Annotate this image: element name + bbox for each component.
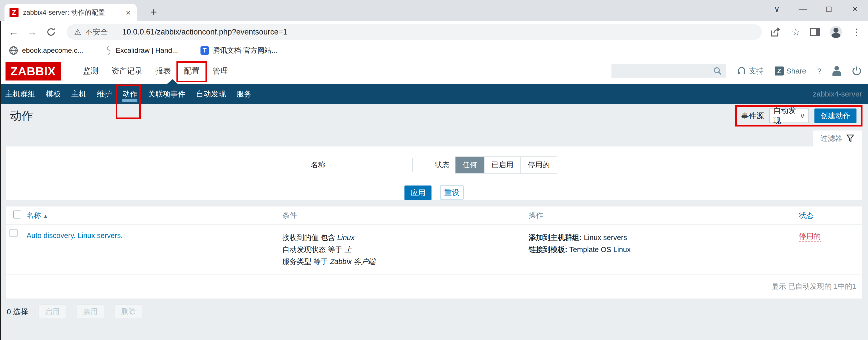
bookmark-item[interactable]: T 腾讯文档-官方网站... xyxy=(200,46,277,55)
zabbix-favicon-icon: Z xyxy=(9,8,19,17)
share-link[interactable]: Z Share xyxy=(775,67,806,75)
omnibox-divider xyxy=(115,28,115,36)
bookmark-star-icon[interactable]: ☆ xyxy=(792,27,800,37)
menu-item-inventory[interactable]: 资产记录 xyxy=(105,62,149,80)
browser-tab[interactable]: Z zabbix4-server: 动作的配置 × xyxy=(4,4,137,21)
page-title: 动作 xyxy=(10,108,33,124)
status-link-disabled[interactable]: 停用的 xyxy=(799,232,821,241)
nav-item-actions[interactable]: 动作 xyxy=(117,84,143,104)
zabbix-logo[interactable]: ZABBIX xyxy=(5,62,61,80)
menu-item-configuration-label: 配置 xyxy=(184,67,199,75)
reload-icon[interactable] xyxy=(46,27,56,37)
chevron-down-icon: ∨ xyxy=(800,112,805,120)
action-name-link[interactable]: Auto discovery. Linux servers. xyxy=(27,232,123,239)
profile-avatar[interactable] xyxy=(830,26,842,38)
status-segmented-control: 任何 已启用 停用的 xyxy=(455,157,557,173)
window-controls: ∨ — □ × xyxy=(764,0,868,18)
filter-fields-row: 名称 状态 任何 已启用 停用的 xyxy=(311,157,557,173)
logout-icon[interactable] xyxy=(852,66,862,76)
nav-item-event-correlation[interactable]: 关联项事件 xyxy=(143,84,191,104)
selected-count: 0 选择 xyxy=(7,307,28,317)
support-label: 支持 xyxy=(749,66,764,76)
bookmark-item[interactable]: ebook.apecome.c... xyxy=(9,46,83,55)
name-filter-input[interactable] xyxy=(331,158,413,172)
bookmark-label: ebook.apecome.c... xyxy=(22,46,83,55)
sort-ascending-icon: ▲ xyxy=(43,213,48,219)
side-panel-icon[interactable] xyxy=(810,28,820,36)
share-icon[interactable] xyxy=(770,27,781,37)
nav-item-host-groups[interactable]: 主机群组 xyxy=(0,84,40,104)
nav-item-templates[interactable]: 模板 xyxy=(40,84,66,104)
not-secure-label[interactable]: 不安全 xyxy=(85,27,108,37)
nav-item-maintenance[interactable]: 维护 xyxy=(92,84,117,104)
tab-close-icon[interactable]: × xyxy=(125,8,132,18)
status-option-any[interactable]: 任何 xyxy=(456,157,484,173)
browser-menu-icon[interactable]: ⋮ xyxy=(852,27,861,37)
nav-item-services[interactable]: 服务 xyxy=(231,84,257,104)
filter-toggle-tab[interactable]: 过滤器 xyxy=(813,131,862,146)
url-text[interactable]: 10.0.0.61/zabbix/actionconf.php?eventsou… xyxy=(122,28,287,36)
nav-item-actions-label: 动作 xyxy=(122,89,137,99)
window-close-icon[interactable]: × xyxy=(842,0,868,18)
tencent-docs-icon: T xyxy=(200,46,209,55)
zabbix-header: ZABBIX 监测 资产记录 报表 配置 管理 支持 Z Share ? xyxy=(0,58,868,84)
event-source-select[interactable]: 自动发现 ∨ xyxy=(769,108,809,123)
enable-button[interactable]: 启用 xyxy=(38,305,66,319)
select-all-checkbox[interactable] xyxy=(13,210,21,218)
excalidraw-icon xyxy=(105,46,112,55)
title-controls: 事件源 自动发现 ∨ 创建动作 xyxy=(735,105,863,127)
operation-cell: 添加到主机群组: Linux servers 链接到模板: Template O… xyxy=(525,225,795,262)
row-checkbox[interactable] xyxy=(9,229,18,237)
apply-button[interactable]: 应用 xyxy=(404,185,432,200)
window-minimize-icon[interactable]: — xyxy=(790,0,816,18)
application-window: Z zabbix4-server: 动作的配置 × + ∨ — □ × ← → … xyxy=(0,0,868,340)
bookmark-label: Excalidraw | Hand... xyxy=(116,46,178,55)
menu-item-monitoring[interactable]: 监测 xyxy=(76,62,105,80)
menu-item-administration[interactable]: 管理 xyxy=(206,62,235,80)
reset-button[interactable]: 重设 xyxy=(440,185,464,200)
window-left-edge xyxy=(0,21,1,340)
zabbix-main-menu: 监测 资产记录 报表 配置 管理 xyxy=(76,62,235,80)
selected-menu-arrow xyxy=(167,79,178,84)
server-name-label: zabbix4-server xyxy=(813,90,862,98)
url-omnibox[interactable]: ⚠ 不安全 10.0.0.61/zabbix/actionconf.php?ev… xyxy=(67,24,762,40)
search-icon xyxy=(713,67,722,75)
zabbix-share-icon: Z xyxy=(775,67,784,75)
status-option-enabled[interactable]: 已启用 xyxy=(484,157,520,173)
column-header-condition: 条件 xyxy=(279,206,525,225)
window-maximize-icon[interactable]: □ xyxy=(816,0,842,18)
create-action-button[interactable]: 创建动作 xyxy=(814,108,857,123)
help-link[interactable]: ? xyxy=(817,67,822,75)
support-link[interactable]: 支持 xyxy=(737,66,764,76)
address-bar-icons: ☆ ⋮ xyxy=(770,26,868,38)
event-source-value: 自动发现 xyxy=(773,105,800,126)
delete-button[interactable]: 删除 xyxy=(115,305,142,319)
zabbix-sub-nav: 主机群组 模板 主机 维护 动作 关联项事件 自动发现 服务 zabbix4-s… xyxy=(0,84,868,104)
disable-button[interactable]: 禁用 xyxy=(76,305,104,319)
menu-item-reports[interactable]: 报表 xyxy=(149,62,178,80)
filter-panel: 名称 状态 任何 已启用 停用的 应用 重设 xyxy=(6,146,862,200)
bookmarks-bar: ebook.apecome.c... Excalidraw | Hand... … xyxy=(0,43,868,58)
nav-item-discovery[interactable]: 自动发现 xyxy=(191,84,231,104)
table-header-row: 名称▲ 条件 操作 状态 xyxy=(6,206,862,225)
bookmark-item[interactable]: Excalidraw | Hand... xyxy=(105,46,178,55)
user-profile-icon[interactable] xyxy=(833,66,841,76)
table-footer-count: 显示 已自动发现的 1中的1 xyxy=(6,274,862,299)
menu-item-configuration[interactable]: 配置 xyxy=(178,62,206,80)
column-header-operation: 操作 xyxy=(525,206,795,225)
nav-item-hosts[interactable]: 主机 xyxy=(66,84,92,104)
zabbix-header-right: 支持 Z Share ? xyxy=(612,64,862,78)
tab-title: zabbix4-server: 动作的配置 xyxy=(23,8,120,17)
window-menu-chevron-icon[interactable]: ∨ xyxy=(764,0,790,18)
column-header-name[interactable]: 名称▲ xyxy=(23,206,279,225)
status-filter-label: 状态 xyxy=(435,160,450,170)
actions-table: 名称▲ 条件 操作 状态 Auto discovery. Linux serve… xyxy=(6,206,862,299)
forward-icon[interactable]: → xyxy=(27,27,37,38)
new-tab-button[interactable]: + xyxy=(146,4,161,20)
status-option-disabled[interactable]: 停用的 xyxy=(520,157,557,173)
event-source-label: 事件源 xyxy=(741,111,764,121)
share-label: Share xyxy=(786,67,806,75)
back-icon[interactable]: ← xyxy=(8,27,19,38)
column-header-status[interactable]: 状态 xyxy=(795,206,862,225)
zabbix-search-input[interactable] xyxy=(612,64,726,78)
